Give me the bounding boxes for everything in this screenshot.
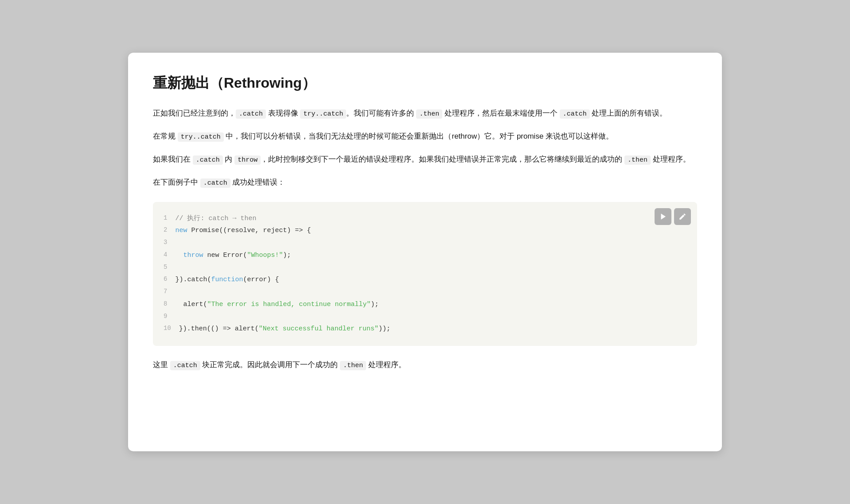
code-block-container: 1 // 执行: catch → then 2 new Promise((res… [153, 202, 697, 346]
page-title: 重新抛出（Rethrowing） [153, 74, 697, 93]
svg-marker-0 [661, 213, 666, 220]
line-content-1: // 执行: catch → then [175, 213, 256, 225]
main-card: 重新抛出（Rethrowing） 正如我们已经注意到的，.catch 表现得像 … [128, 53, 722, 451]
inline-code-then3: .then [340, 361, 366, 370]
run-button[interactable] [655, 208, 671, 225]
line-num-9: 9 [153, 311, 175, 322]
line-content-8: alert("The error is handled, continue no… [175, 299, 378, 311]
line-content-2: new Promise((resolve, reject) => { [175, 225, 311, 237]
code-line-3: 3 [153, 237, 685, 249]
line-num-2: 2 [153, 225, 175, 236]
line-content-4: throw new Error("Whoops!"); [175, 249, 291, 262]
code-line-7: 7 [153, 286, 685, 299]
inline-code-catch3: .catch [193, 155, 223, 165]
code-content: 1 // 执行: catch → then 2 new Promise((res… [153, 202, 697, 346]
inline-code-throw1: throw [234, 155, 261, 165]
code-line-9: 9 [153, 311, 685, 323]
line-num-3: 3 [153, 237, 175, 248]
line-content-9 [175, 311, 179, 323]
code-line-5: 5 [153, 262, 685, 274]
line-num-10: 10 [153, 323, 179, 334]
line-content-7 [175, 286, 179, 299]
code-toolbar [655, 208, 691, 225]
paragraph-4: 在下面例子中 .catch 成功处理错误： [153, 176, 697, 189]
line-content-6: }).catch(function(error) { [175, 274, 279, 286]
inline-code-catch2: .catch [560, 109, 590, 119]
play-icon [659, 213, 667, 221]
code-line-2: 2 new Promise((resolve, reject) => { [153, 225, 685, 237]
line-num-1: 1 [153, 213, 175, 224]
footer-paragraph: 这里 .catch 块正常完成。因此就会调用下一个成功的 .then 处理程序。 [153, 358, 697, 372]
edit-icon [678, 213, 686, 221]
inline-code-catch4: .catch [200, 178, 230, 188]
line-num-8: 8 [153, 299, 175, 310]
code-line-1: 1 // 执行: catch → then [153, 213, 685, 225]
line-content-5 [175, 262, 179, 274]
inline-code-trycatch1: try..catch [300, 109, 346, 119]
line-num-6: 6 [153, 274, 175, 285]
code-line-10: 10 }).then(() => alert("Next successful … [153, 323, 685, 335]
paragraph-1: 正如我们已经注意到的，.catch 表现得像 try..catch。我们可能有许… [153, 107, 697, 120]
paragraph-2: 在常规 try..catch 中，我们可以分析错误，当我们无法处理的时候可能还会… [153, 130, 697, 143]
line-num-4: 4 [153, 249, 175, 261]
inline-code-then2: .then [624, 155, 651, 165]
paragraph-3: 如果我们在 .catch 内 throw，此时控制移交到下一个最近的错误处理程序… [153, 153, 697, 166]
inline-code-trycatch2: try..catch [178, 132, 224, 142]
line-content-3 [175, 237, 179, 249]
line-content-10: }).then(() => alert("Next successful han… [179, 323, 390, 335]
inline-code-catch5: .catch [170, 361, 200, 370]
line-num-5: 5 [153, 262, 175, 273]
line-num-7: 7 [153, 286, 175, 298]
code-line-8: 8 alert("The error is handled, continue … [153, 299, 685, 311]
code-line-6: 6 }).catch(function(error) { [153, 274, 685, 286]
code-line-4: 4 throw new Error("Whoops!"); [153, 249, 685, 262]
edit-button[interactable] [674, 208, 691, 225]
inline-code-catch1: .catch [236, 109, 266, 119]
inline-code-then1: .then [416, 109, 442, 119]
